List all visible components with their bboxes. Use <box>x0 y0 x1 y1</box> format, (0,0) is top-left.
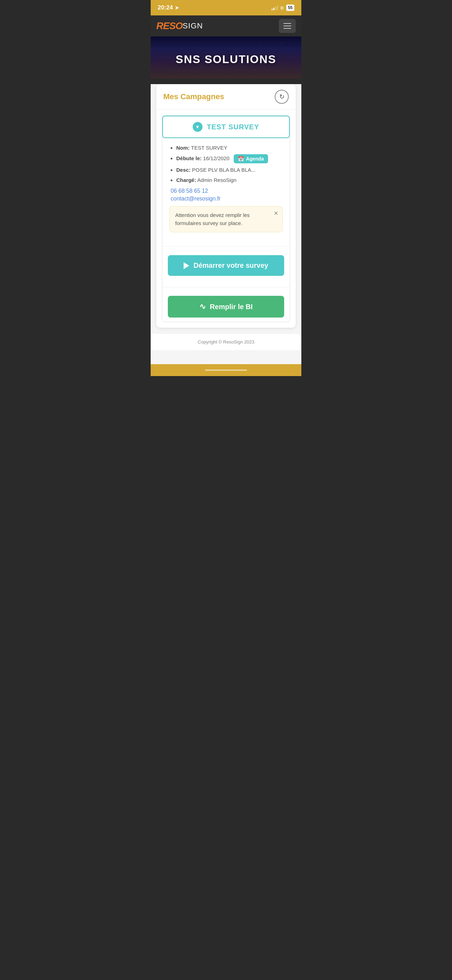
campaign-details: Nom: TEST SURVEY Débute le: 16/12/2020 📅… <box>162 138 290 242</box>
menu-line-3 <box>283 28 291 29</box>
warning-box: Attention vous devez remplir les formula… <box>169 206 283 232</box>
email-link[interactable]: contact@resosign.fr <box>170 196 283 202</box>
hamburger-menu-button[interactable] <box>279 19 296 33</box>
card-header: Mes Campagnes ↻ <box>156 84 296 110</box>
logo: RESOSIGN <box>156 20 203 32</box>
status-icons: ⊛ 55 <box>272 5 294 11</box>
logo-reso: RESO <box>156 20 183 32</box>
detail-list: Nom: TEST SURVEY Débute le: 16/12/2020 📅… <box>169 144 283 184</box>
detail-desc: Desc: POSE PLV BLA BLA BLA... <box>176 166 283 173</box>
campaign-item: ▼ TEST SURVEY Nom: TEST SURVEY Débute le… <box>162 115 290 322</box>
campaigns-card: Mes Campagnes ↻ ▼ TEST SURVEY Nom: TEST … <box>156 84 296 328</box>
calendar-icon: 📅 <box>238 156 244 162</box>
hero-title: SNS SOLUTIONS <box>175 53 276 66</box>
footer: Copyright © ResoSign 2023 <box>151 333 301 350</box>
battery-icon: 55 <box>286 5 294 11</box>
card-title: Mes Campagnes <box>163 92 224 101</box>
location-arrow-icon: ➤ <box>175 5 179 11</box>
agenda-button[interactable]: 📅 Agenda <box>234 154 268 163</box>
phone-link[interactable]: 06 68 58 65 12 <box>170 188 283 194</box>
fill-bi-button[interactable]: ∿ Remplir le BI <box>168 296 284 318</box>
divider-1 <box>162 247 290 247</box>
start-survey-button[interactable]: Démarrer votre survey <box>168 255 284 276</box>
status-bar: 20:24 ➤ ⊛ 55 <box>151 0 301 16</box>
detail-debut: Débute le: 16/12/2020 📅 Agenda <box>176 154 283 163</box>
close-icon: ✕ <box>274 210 278 216</box>
detail-nom: Nom: TEST SURVEY <box>176 144 283 151</box>
campaign-toggle-button[interactable]: ▼ TEST SURVEY <box>162 116 290 138</box>
bi-icon: ∿ <box>199 302 206 311</box>
hero-section: SNS SOLUTIONS <box>151 37 301 78</box>
signal-icon <box>272 5 278 10</box>
campaign-name: TEST SURVEY <box>207 123 259 131</box>
start-survey-section: Démarrer votre survey <box>162 251 290 283</box>
refresh-icon: ↻ <box>279 93 285 100</box>
status-time: 20:24 ➤ <box>158 4 179 11</box>
wifi-icon: ⊛ <box>280 5 284 11</box>
menu-line-1 <box>283 23 291 24</box>
fill-bi-section: ∿ Remplir le BI <box>162 292 290 322</box>
bottom-bar <box>151 364 301 376</box>
menu-line-2 <box>283 25 291 26</box>
main-content: Mes Campagnes ↻ ▼ TEST SURVEY Nom: TEST … <box>151 84 301 364</box>
refresh-button[interactable]: ↻ <box>275 90 289 104</box>
home-indicator <box>205 369 247 371</box>
navbar: RESOSIGN <box>151 16 301 37</box>
warning-close-button[interactable]: ✕ <box>274 211 278 216</box>
copyright-text: Copyright © ResoSign 2023 <box>197 339 254 345</box>
logo-sign: SIGN <box>183 21 203 30</box>
warning-text: Attention vous devez remplir les formula… <box>175 212 268 227</box>
detail-charge: Chargé: Admin ResoSign <box>176 176 283 184</box>
chevron-down-icon: ▼ <box>193 122 202 132</box>
play-icon <box>184 262 189 269</box>
time-display: 20:24 <box>158 4 173 11</box>
